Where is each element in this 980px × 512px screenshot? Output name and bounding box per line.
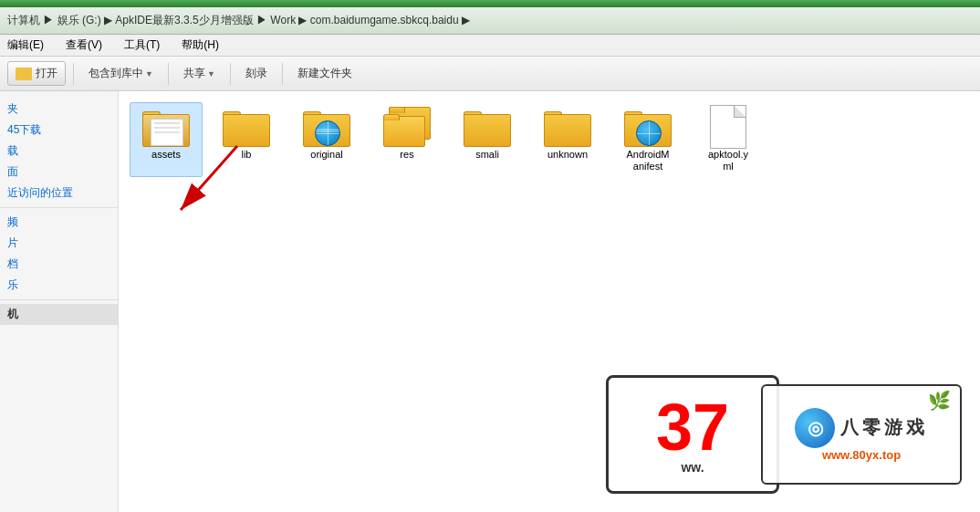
new-folder-button[interactable]: 新建文件夹: [290, 62, 360, 85]
file-item-lib[interactable]: lib: [210, 102, 283, 177]
sidebar-divider-2: [0, 299, 118, 300]
globe-circle: [315, 120, 340, 146]
sidebar-item-8[interactable]: 乐: [0, 275, 118, 296]
sidebar-item-5[interactable]: 频: [0, 212, 118, 233]
file-item-res[interactable]: res: [370, 102, 443, 177]
share-label: 共享: [183, 66, 205, 81]
watermark-area: 37 ww. 🌿 ◎ 八零游戏 www.80yx.top: [588, 348, 980, 512]
logo-circle: ◎: [795, 408, 835, 448]
sidebar-item-computer[interactable]: 机: [0, 304, 118, 325]
androidmanifest-folder-icon: [624, 107, 672, 147]
folder-body: [624, 114, 672, 147]
res-folder-icon: [383, 107, 431, 147]
open-button[interactable]: 打开: [7, 61, 66, 86]
new-folder-label: 新建文件夹: [297, 66, 352, 81]
file-item-apktoolyml[interactable]: apktool.yml: [692, 102, 765, 177]
file-item-assets[interactable]: assets: [130, 102, 203, 177]
stamp-37-number: 37: [656, 394, 729, 460]
assets-folder-icon: [142, 107, 190, 147]
sidebar-item-7[interactable]: 档: [0, 254, 118, 275]
folder-body: [464, 114, 511, 147]
file-area: assets lib: [119, 91, 980, 512]
toolbar-separator-3: [230, 63, 231, 85]
leaf-icon: 🌿: [928, 390, 951, 412]
include-button[interactable]: 包含到库中 ▼: [81, 62, 161, 85]
paper-line-3: [154, 131, 180, 133]
folder-body: [223, 114, 270, 147]
assets-label: assets: [151, 149, 181, 161]
burn-label: 刻录: [245, 66, 267, 81]
sidebar-item-3[interactable]: 面: [0, 162, 118, 183]
paper-line-1: [154, 122, 180, 124]
file-item-androidmanifest[interactable]: AndroidManifest: [611, 102, 684, 177]
doc-fold: [735, 106, 745, 117]
smali-folder-icon: [464, 107, 511, 147]
folder-body: [142, 114, 190, 147]
address-bar-text: 计算机 ▶ 娱乐 (G:) ▶ ApkIDE最新3.3.5少月增强版 ▶ Wor…: [7, 13, 470, 28]
toolbar-separator-4: [282, 63, 283, 85]
globe-icon: [636, 120, 662, 146]
stamp-url: www.80yx.top: [822, 448, 901, 462]
main-area: 夹 45下载 载 面 近访问的位置 频 片 档 乐 机: [0, 91, 980, 512]
top-green-bar: [0, 0, 980, 7]
lib-folder-icon: [223, 107, 270, 147]
globe-icon: [315, 120, 340, 146]
toolbar-separator-1: [73, 63, 74, 85]
menu-edit[interactable]: 编辑(E): [4, 36, 47, 55]
file-item-unknown[interactable]: unknown: [531, 102, 604, 177]
lib-label: lib: [241, 149, 251, 161]
include-dropdown-arrow: ▼: [145, 69, 153, 78]
menu-tools[interactable]: 工具(T): [120, 36, 163, 55]
sidebar: 夹 45下载 载 面 近访问的位置 频 片 档 乐 机: [0, 91, 119, 512]
stamp-text-cn: 八零游戏: [840, 415, 928, 440]
smali-label: smali: [475, 149, 499, 161]
stamp-balingyx: 🌿 ◎ 八零游戏 www.80yx.top: [761, 384, 962, 485]
sidebar-item-4[interactable]: 近访问的位置: [0, 183, 118, 204]
sidebar-item-1[interactable]: 45下载: [0, 120, 118, 141]
file-item-smali[interactable]: smali: [451, 102, 524, 177]
address-bar: 计算机 ▶ 娱乐 (G:) ▶ ApkIDE最新3.3.5少月增强版 ▶ Wor…: [0, 7, 980, 35]
apktoolyml-label: apktool.yml: [708, 149, 748, 172]
include-label: 包含到库中: [89, 66, 143, 81]
share-button[interactable]: 共享 ▼: [176, 62, 223, 85]
globe-circle: [636, 120, 662, 146]
burn-button[interactable]: 刻录: [238, 62, 275, 85]
toolbar-separator-2: [168, 63, 169, 85]
original-label: original: [310, 149, 342, 161]
menu-help[interactable]: 帮助(H): [178, 36, 223, 55]
folder-body: [544, 114, 591, 147]
sidebar-item-6[interactable]: 片: [0, 233, 118, 254]
toolbar: 打开 包含到库中 ▼ 共享 ▼ 刻录 新建文件夹: [0, 57, 980, 91]
sidebar-item-2[interactable]: 载: [0, 141, 118, 162]
folder-paper: [151, 119, 183, 146]
unknown-label: unknown: [547, 149, 588, 161]
open-label: 打开: [36, 66, 57, 81]
document-icon: [710, 105, 746, 149]
sidebar-divider-1: [0, 207, 118, 208]
stamp-logo: ◎ 八零游戏: [795, 408, 928, 448]
folder-icon: [16, 68, 32, 80]
original-folder-icon: [303, 107, 350, 147]
menu-view[interactable]: 查看(V): [62, 36, 106, 55]
unknown-folder-icon: [544, 107, 591, 147]
share-dropdown-arrow: ▼: [207, 69, 215, 78]
androidmanifest-label: AndroidManifest: [626, 149, 669, 172]
folder-body: [303, 114, 350, 147]
menu-bar: 编辑(E) 查看(V) 工具(T) 帮助(H): [0, 35, 980, 57]
res-label: res: [400, 149, 413, 161]
stamp-37: 37 ww.: [606, 375, 779, 494]
file-item-original[interactable]: original: [290, 102, 363, 177]
paper-line-2: [154, 127, 180, 129]
sidebar-item-0[interactable]: 夹: [0, 99, 118, 120]
logo-spiral: ◎: [808, 417, 823, 439]
apktoolyml-icon-wrapper: [704, 107, 752, 147]
stamp-37-www: ww.: [681, 460, 704, 475]
